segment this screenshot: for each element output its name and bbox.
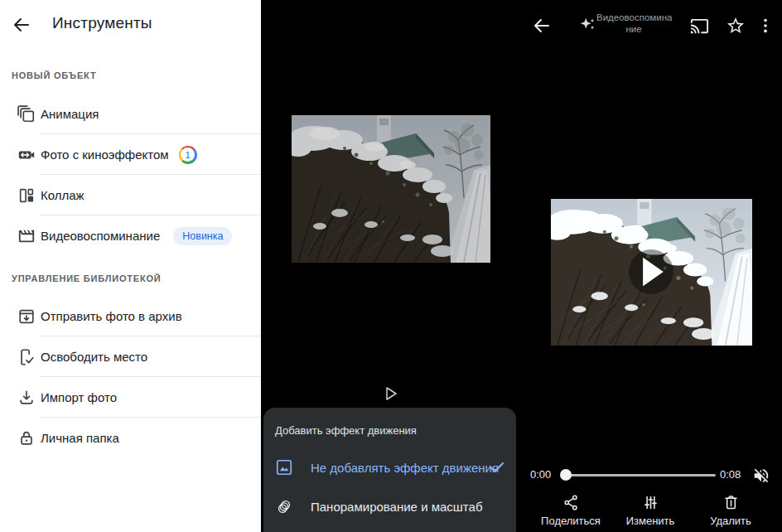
sheet-title: Добавить эффект движения bbox=[275, 424, 417, 437]
google-photos-screen: Инструменты НОВЫЙ ОБЪЕКТ Анимация bbox=[0, 0, 782, 532]
delete-button[interactable]: Удалить bbox=[693, 494, 768, 527]
menu-item-label: Отправить фото в архив bbox=[41, 309, 182, 323]
share-icon bbox=[562, 494, 580, 511]
option-label: Не добавлять эффект движения bbox=[311, 461, 499, 475]
cast-icon bbox=[690, 17, 709, 36]
animation-icon bbox=[17, 104, 36, 124]
player-back-button[interactable] bbox=[531, 15, 553, 36]
menu-item-archive[interactable]: Отправить фото в архив bbox=[0, 296, 261, 336]
new-badge: Новинка bbox=[173, 227, 232, 245]
current-time: 0:00 bbox=[530, 468, 551, 481]
menu-item-collage[interactable]: Коллаж bbox=[0, 175, 261, 215]
star-outline-icon bbox=[726, 16, 746, 36]
menu-item-animation[interactable]: Анимация bbox=[0, 94, 261, 134]
cinematic-photo-icon bbox=[17, 145, 36, 165]
cast-button[interactable] bbox=[688, 15, 710, 36]
free-up-space-icon bbox=[17, 347, 36, 367]
menu-item-label: Анимация bbox=[41, 107, 99, 121]
player-title: Видеовоспомина ние bbox=[596, 12, 671, 35]
tools-panel: Инструменты НОВЫЙ ОБЪЕКТ Анимация bbox=[0, 0, 261, 532]
menu-item-import-photos[interactable]: Импорт фото bbox=[0, 377, 261, 418]
play-video-button[interactable] bbox=[629, 249, 673, 294]
preview-photo[interactable] bbox=[292, 115, 490, 263]
play-outline-icon bbox=[383, 385, 399, 402]
edit-button[interactable]: Изменить bbox=[613, 494, 688, 527]
duration: 0:08 bbox=[720, 468, 741, 481]
menu-item-locked-folder[interactable]: Личная папка bbox=[0, 418, 261, 458]
back-arrow-icon bbox=[532, 16, 552, 36]
lock-icon bbox=[17, 428, 36, 448]
check-icon bbox=[490, 461, 504, 474]
option-no-motion-effect[interactable]: Не добавлять эффект движения bbox=[263, 449, 516, 486]
favorite-button[interactable] bbox=[725, 15, 746, 36]
count-badge: 1 bbox=[179, 146, 197, 164]
section-header-library: УПРАВЛЕНИЕ БИБЛИОТЕКОЙ bbox=[12, 273, 162, 283]
play-icon bbox=[629, 249, 673, 294]
trash-icon bbox=[722, 494, 740, 511]
option-label: Панорамирование и масштаб bbox=[311, 500, 483, 514]
option-pan-zoom[interactable]: Панорамирование и масштаб bbox=[263, 488, 516, 525]
menu-item-label: Видеовоспоминание bbox=[41, 229, 160, 243]
menu-item-label: Фото с киноэффектом bbox=[41, 148, 169, 162]
collage-icon bbox=[17, 186, 36, 206]
edit-adjustments-icon bbox=[642, 494, 659, 511]
menu-item-label: Личная папка bbox=[41, 431, 119, 445]
pan-zoom-icon bbox=[275, 497, 293, 515]
page-title: Инструменты bbox=[52, 14, 152, 32]
back-button[interactable] bbox=[11, 14, 32, 36]
timeline-slider[interactable] bbox=[562, 474, 716, 476]
video-frame[interactable] bbox=[551, 199, 752, 346]
timeline-thumb[interactable] bbox=[560, 469, 572, 481]
video-memory-icon bbox=[17, 226, 36, 246]
action-label: Поделиться bbox=[541, 515, 601, 527]
section-header-new-object: НОВЫЙ ОБЪЕКТ bbox=[12, 70, 96, 80]
back-arrow-icon bbox=[12, 15, 31, 35]
motion-effect-sheet: Добавить эффект движения Не добавлять эф… bbox=[263, 408, 516, 532]
more-options-button[interactable] bbox=[755, 15, 776, 36]
import-icon bbox=[17, 388, 36, 408]
share-button[interactable]: Поделиться bbox=[533, 494, 608, 527]
volume-off-icon bbox=[752, 467, 770, 485]
video-player-panel: Видеовоспомина ние 0:00 bbox=[522, 0, 782, 532]
menu-item-free-up-space[interactable]: Освободить место bbox=[0, 336, 261, 377]
image-icon bbox=[275, 458, 293, 476]
preview-panel: Добавить эффект движения Не добавлять эф… bbox=[261, 0, 522, 532]
sparkle-icon bbox=[578, 15, 598, 35]
archive-icon bbox=[17, 307, 36, 326]
play-preview-button[interactable] bbox=[383, 385, 399, 402]
action-label: Удалить bbox=[710, 515, 751, 527]
menu-item-video-memory[interactable]: Видеовоспоминание Новинка bbox=[0, 215, 261, 256]
menu-item-cinematic-photo[interactable]: Фото с киноэффектом 1 bbox=[0, 134, 261, 175]
more-vert-icon bbox=[756, 17, 775, 35]
mute-button[interactable] bbox=[751, 465, 772, 486]
menu-item-label: Импорт фото bbox=[41, 390, 117, 404]
menu-item-label: Коллаж bbox=[41, 188, 84, 202]
action-label: Изменить bbox=[626, 515, 675, 527]
menu-item-label: Освободить место bbox=[41, 350, 147, 364]
